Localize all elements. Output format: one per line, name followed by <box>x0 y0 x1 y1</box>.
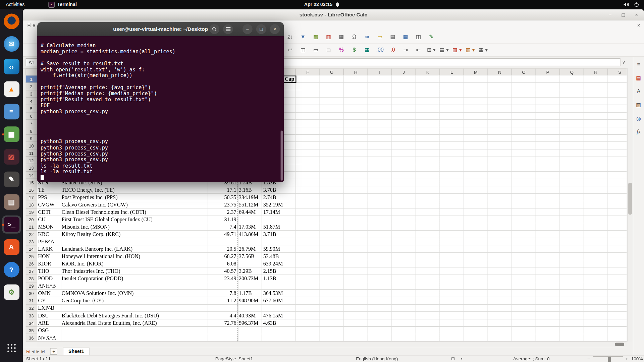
insert-hyperlink-icon[interactable]: ∞ <box>363 32 372 41</box>
column-header-I[interactable]: I <box>368 68 392 76</box>
cell-value[interactable]: 37.56B <box>239 253 262 260</box>
row-header-32[interactable]: 32 <box>26 305 38 312</box>
cell-ticker[interactable]: NVX^A <box>38 334 61 342</box>
row-header-33[interactable]: 33 <box>26 312 38 319</box>
column-header-M[interactable]: M <box>464 68 488 76</box>
libreoffice-writer-launcher[interactable]: ≡ <box>2 103 21 121</box>
cell-value[interactable]: 596.37M <box>239 319 262 327</box>
cell-value[interactable]: 200.73M <box>239 275 262 282</box>
merge-center-cells-icon[interactable]: ◫ <box>299 45 308 54</box>
cell-name[interactable]: KiOR, Inc. (KIOR) <box>62 260 207 267</box>
cell-name[interactable] <box>62 238 207 245</box>
cell-marketcap[interactable] <box>263 305 295 312</box>
libreoffice-impress-launcher[interactable]: ▨ <box>2 148 21 166</box>
cell-name[interactable]: Thor Industries Inc. (THO) <box>62 267 207 275</box>
cell-marketcap[interactable]: 3.71B <box>263 231 295 238</box>
row-header-19[interactable]: 19 <box>26 208 38 216</box>
files-launcher[interactable]: ▤ <box>2 193 21 211</box>
page-style-label[interactable]: PageStyle_Sheet1 <box>215 356 253 361</box>
vertical-scrollbar[interactable] <box>627 68 632 342</box>
previous-sheet-button[interactable]: ◀ <box>32 349 34 353</box>
cell-ticker[interactable]: LARK <box>38 245 61 253</box>
row-header-31[interactable]: 31 <box>26 297 38 305</box>
cell-ticker[interactable]: PPS <box>38 194 61 201</box>
cell-price[interactable]: 31.19 <box>207 216 236 223</box>
vscode-launcher[interactable]: ‹› <box>2 57 21 75</box>
cell-value[interactable]: 334.19M <box>239 194 262 201</box>
cell-price[interactable]: 23.75 <box>207 201 236 208</box>
gimp-launcher[interactable]: ✎ <box>2 170 21 188</box>
border-style-icon[interactable]: ▤ ▾ <box>439 45 449 54</box>
first-sheet-button[interactable]: |◀ <box>26 349 29 353</box>
thunderbird-launcher[interactable]: ✉ <box>2 35 21 53</box>
cell-ticker[interactable]: KIOR <box>38 260 61 267</box>
cell-value[interactable]: 69.44M <box>239 208 262 216</box>
insert-image-icon[interactable]: ▩ <box>311 32 320 41</box>
cell-marketcap[interactable]: 4.63B <box>263 319 295 327</box>
cell-value[interactable]: 948.90M <box>239 297 262 305</box>
cell-marketcap[interactable]: 352.19M <box>263 201 295 208</box>
cell-ticker[interactable]: MSON <box>38 223 61 231</box>
cell-price[interactable]: 20.5 <box>207 245 236 253</box>
cell-value[interactable] <box>239 334 262 342</box>
special-character-icon[interactable]: Ω <box>350 32 359 41</box>
cell-value[interactable] <box>239 305 262 312</box>
row-header-9[interactable]: 9 <box>26 135 38 142</box>
column-header-S[interactable]: S <box>607 68 627 76</box>
row-header-21[interactable]: 21 <box>26 223 38 231</box>
row-header-25[interactable]: 25 <box>26 253 38 260</box>
clock[interactable]: Apr 22 03:15 <box>304 2 340 7</box>
cell-value[interactable]: 3.29B <box>239 267 262 275</box>
last-sheet-button[interactable]: ▶| <box>42 349 45 353</box>
horizontal-scrollbar[interactable] <box>37 342 627 347</box>
gallery-deck-icon[interactable]: ▨ <box>635 101 643 109</box>
decrease-indent-icon[interactable]: ⇤ <box>414 45 423 54</box>
zoom-slider-handle[interactable] <box>608 357 611 362</box>
close-button[interactable]: × <box>633 12 640 18</box>
row-header-30[interactable]: 30 <box>26 290 38 297</box>
activities-button[interactable]: Activities <box>0 0 31 9</box>
zoom-out-button[interactable]: − <box>587 356 590 361</box>
row-header-34[interactable]: 34 <box>26 319 38 327</box>
cell-name[interactable]: OMNOVA Solutions Inc. (OMN) <box>62 290 207 297</box>
terminal-launcher[interactable]: >_ <box>2 216 21 234</box>
column-header-H[interactable]: H <box>343 68 368 76</box>
cell-price[interactable]: 6.08 <box>207 260 236 267</box>
cell-value[interactable]: 17.03M <box>239 223 262 231</box>
cell-price[interactable]: 17.1 <box>207 186 236 194</box>
cell-name[interactable]: GenCorp Inc. (GY) <box>62 297 207 305</box>
cell-ticker[interactable]: DSU <box>38 312 61 319</box>
cell-ticker[interactable]: PODD <box>38 275 61 282</box>
add-sheet-button[interactable]: + <box>50 348 57 355</box>
terminal-body[interactable]: # Calculate medianmedian_price = statist… <box>37 36 284 182</box>
cell-name[interactable] <box>62 282 207 290</box>
column-header-P[interactable]: P <box>536 68 560 76</box>
freeze-panes-icon[interactable]: ▦ <box>401 32 410 41</box>
insert-chart-icon[interactable]: ▥ <box>324 32 333 41</box>
cell-value[interactable]: 551.12M <box>239 201 262 208</box>
cell-value[interactable] <box>239 238 262 245</box>
calc-title-bar[interactable]: stock.csv - LibreOffice Calc − □ × <box>23 9 644 21</box>
cell-ticker[interactable]: TE <box>38 186 61 194</box>
row-header-13[interactable]: 13 <box>26 164 38 172</box>
increase-indent-icon[interactable]: ⇥ <box>401 45 410 54</box>
cell-price[interactable] <box>207 238 236 245</box>
selection-mode-icon[interactable]: ⊞ <box>451 356 455 362</box>
cell-price[interactable]: 23.49 <box>207 275 236 282</box>
zoom-in-button[interactable]: + <box>625 356 628 361</box>
row-header-7[interactable]: 7 <box>26 120 38 127</box>
delete-decimal-icon[interactable]: .0 <box>388 45 397 54</box>
cell-marketcap[interactable] <box>263 334 295 342</box>
vlc-launcher[interactable]: ▲ <box>2 80 21 98</box>
cell-price[interactable] <box>207 305 236 312</box>
split-window-icon[interactable]: ◫ <box>414 32 423 41</box>
vertical-scrollbar-thumb[interactable] <box>628 183 632 215</box>
cell-ticker[interactable]: CVGW <box>38 201 61 208</box>
row-header-14[interactable]: 14 <box>26 172 38 179</box>
cell-price[interactable]: 72.76 <box>207 319 236 327</box>
row-header-24[interactable]: 24 <box>26 245 38 253</box>
show-draw-functions-icon[interactable]: ✎ <box>427 32 436 41</box>
row-header-29[interactable]: 29 <box>26 282 38 290</box>
autofilter-icon[interactable]: ▼ <box>299 32 308 41</box>
cell-name[interactable] <box>62 334 207 342</box>
